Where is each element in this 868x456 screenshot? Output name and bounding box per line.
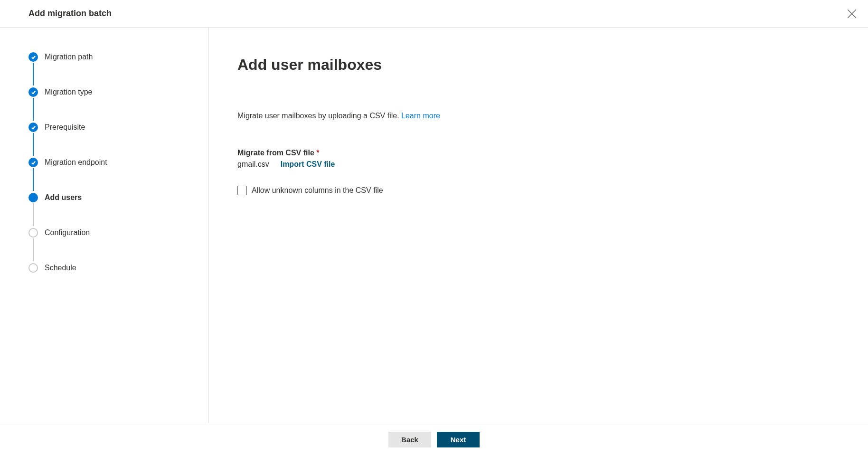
learn-more-link[interactable]: Learn more xyxy=(401,112,440,120)
step-prerequisite[interactable]: Prerequisite xyxy=(28,122,194,133)
checkmark-icon xyxy=(28,123,38,132)
csv-file-name: gmail.csv xyxy=(237,160,269,169)
step-label: Prerequisite xyxy=(45,123,85,132)
back-button[interactable]: Back xyxy=(388,432,431,447)
step-label: Schedule xyxy=(45,264,76,272)
content-title: Add user mailboxes xyxy=(237,56,840,74)
import-csv-button[interactable]: Import CSV file xyxy=(281,160,335,169)
upcoming-step-icon xyxy=(28,263,38,273)
step-add-users[interactable]: Add users xyxy=(28,192,194,203)
step-configuration: Configuration xyxy=(28,227,194,238)
required-indicator: * xyxy=(316,149,319,157)
step-label: Add users xyxy=(45,193,82,202)
checkmark-icon xyxy=(28,87,38,97)
content-description: Migrate user mailboxes by uploading a CS… xyxy=(237,112,840,120)
current-step-icon xyxy=(28,193,38,202)
allow-unknown-columns-checkbox[interactable] xyxy=(237,186,247,195)
step-migration-type[interactable]: Migration type xyxy=(28,86,194,98)
checkmark-icon xyxy=(28,158,38,167)
step-label: Migration type xyxy=(45,88,93,96)
step-schedule: Schedule xyxy=(28,262,194,274)
wizard-steps-sidebar: Migration path Migration type Prerequisi… xyxy=(0,28,209,423)
close-icon xyxy=(847,9,857,19)
csv-label-text: Migrate from CSV file xyxy=(237,149,314,157)
close-button[interactable] xyxy=(847,9,857,19)
step-label: Migration path xyxy=(45,53,93,61)
wizard-footer: Back Next xyxy=(0,423,868,456)
upcoming-step-icon xyxy=(28,228,38,238)
allow-unknown-columns-label: Allow unknown columns in the CSV file xyxy=(252,186,383,195)
step-migration-endpoint[interactable]: Migration endpoint xyxy=(28,157,194,168)
allow-unknown-columns-row: Allow unknown columns in the CSV file xyxy=(237,186,840,195)
step-label: Migration endpoint xyxy=(45,158,107,167)
page-title: Add migration batch xyxy=(28,9,112,19)
step-migration-path[interactable]: Migration path xyxy=(28,51,194,63)
checkmark-icon xyxy=(28,52,38,62)
wizard-content: Add user mailboxes Migrate user mailboxe… xyxy=(209,28,868,423)
page-header: Add migration batch xyxy=(0,0,868,28)
csv-file-row: gmail.csv Import CSV file xyxy=(237,160,840,169)
csv-field-label: Migrate from CSV file * xyxy=(237,149,840,157)
description-text: Migrate user mailboxes by uploading a CS… xyxy=(237,112,401,120)
step-label: Configuration xyxy=(45,228,90,237)
next-button[interactable]: Next xyxy=(437,432,480,447)
